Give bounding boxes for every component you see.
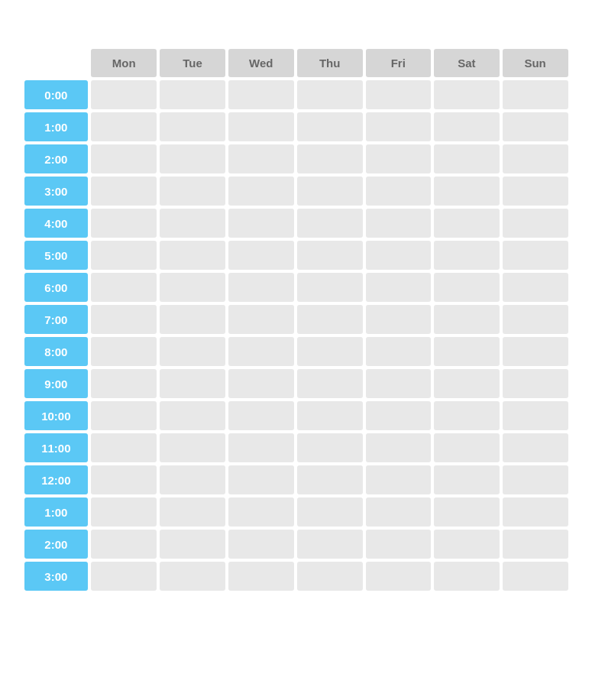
day-cell[interactable] (160, 465, 225, 494)
day-cell[interactable] (228, 241, 294, 270)
day-cell[interactable] (160, 369, 225, 398)
day-cell[interactable] (366, 273, 431, 302)
day-cell[interactable] (366, 209, 431, 238)
day-cell[interactable] (297, 177, 363, 206)
day-cell[interactable] (228, 401, 294, 430)
day-cell[interactable] (503, 369, 568, 398)
day-cell[interactable] (228, 465, 294, 494)
day-cell[interactable] (297, 433, 363, 462)
day-cell[interactable] (297, 112, 363, 141)
day-cell[interactable] (434, 562, 500, 591)
day-cell[interactable] (366, 497, 431, 527)
day-cell[interactable] (160, 177, 225, 206)
day-cell[interactable] (503, 497, 568, 527)
day-cell[interactable] (503, 209, 568, 238)
day-cell[interactable] (228, 530, 294, 559)
day-cell[interactable] (91, 401, 157, 430)
day-cell[interactable] (366, 337, 431, 366)
day-cell[interactable] (434, 465, 500, 494)
day-cell[interactable] (91, 144, 157, 173)
day-cell[interactable] (228, 144, 294, 173)
day-cell[interactable] (434, 241, 500, 270)
day-cell[interactable] (297, 80, 363, 109)
day-cell[interactable] (91, 112, 157, 141)
day-cell[interactable] (434, 144, 500, 173)
day-cell[interactable] (228, 209, 294, 238)
day-cell[interactable] (434, 177, 500, 206)
day-cell[interactable] (366, 241, 431, 270)
day-cell[interactable] (228, 497, 294, 527)
day-cell[interactable] (434, 273, 500, 302)
day-cell[interactable] (160, 337, 225, 366)
day-cell[interactable] (160, 497, 225, 527)
day-cell[interactable] (160, 241, 225, 270)
day-cell[interactable] (366, 144, 431, 173)
day-cell[interactable] (503, 177, 568, 206)
day-cell[interactable] (503, 144, 568, 173)
day-cell[interactable] (366, 369, 431, 398)
day-cell[interactable] (91, 369, 157, 398)
day-cell[interactable] (91, 562, 157, 591)
day-cell[interactable] (91, 497, 157, 527)
day-cell[interactable] (91, 177, 157, 206)
day-cell[interactable] (91, 530, 157, 559)
day-cell[interactable] (297, 337, 363, 366)
day-cell[interactable] (91, 465, 157, 494)
day-cell[interactable] (366, 562, 431, 591)
day-cell[interactable] (434, 209, 500, 238)
day-cell[interactable] (228, 112, 294, 141)
day-cell[interactable] (366, 80, 431, 109)
day-cell[interactable] (434, 401, 500, 430)
day-cell[interactable] (434, 112, 500, 141)
day-cell[interactable] (503, 80, 568, 109)
day-cell[interactable] (228, 177, 294, 206)
day-cell[interactable] (503, 562, 568, 591)
day-cell[interactable] (91, 433, 157, 462)
day-cell[interactable] (366, 530, 431, 559)
day-cell[interactable] (228, 337, 294, 366)
day-cell[interactable] (503, 465, 568, 494)
day-cell[interactable] (434, 433, 500, 462)
day-cell[interactable] (503, 241, 568, 270)
day-cell[interactable] (160, 433, 225, 462)
day-cell[interactable] (503, 401, 568, 430)
day-cell[interactable] (160, 401, 225, 430)
day-cell[interactable] (228, 305, 294, 334)
day-cell[interactable] (503, 305, 568, 334)
day-cell[interactable] (503, 530, 568, 559)
day-cell[interactable] (228, 433, 294, 462)
day-cell[interactable] (366, 401, 431, 430)
day-cell[interactable] (297, 305, 363, 334)
day-cell[interactable] (228, 562, 294, 591)
day-cell[interactable] (366, 112, 431, 141)
day-cell[interactable] (434, 497, 500, 527)
day-cell[interactable] (434, 530, 500, 559)
day-cell[interactable] (434, 369, 500, 398)
day-cell[interactable] (228, 369, 294, 398)
day-cell[interactable] (91, 273, 157, 302)
day-cell[interactable] (366, 465, 431, 494)
day-cell[interactable] (91, 241, 157, 270)
day-cell[interactable] (434, 80, 500, 109)
day-cell[interactable] (434, 337, 500, 366)
day-cell[interactable] (297, 209, 363, 238)
day-cell[interactable] (91, 209, 157, 238)
day-cell[interactable] (297, 241, 363, 270)
day-cell[interactable] (160, 562, 225, 591)
day-cell[interactable] (91, 337, 157, 366)
day-cell[interactable] (297, 401, 363, 430)
day-cell[interactable] (503, 337, 568, 366)
day-cell[interactable] (160, 530, 225, 559)
day-cell[interactable] (160, 273, 225, 302)
day-cell[interactable] (434, 305, 500, 334)
day-cell[interactable] (297, 497, 363, 527)
day-cell[interactable] (160, 80, 225, 109)
day-cell[interactable] (91, 305, 157, 334)
day-cell[interactable] (297, 369, 363, 398)
day-cell[interactable] (297, 530, 363, 559)
day-cell[interactable] (503, 433, 568, 462)
day-cell[interactable] (297, 562, 363, 591)
day-cell[interactable] (91, 80, 157, 109)
day-cell[interactable] (297, 465, 363, 494)
day-cell[interactable] (297, 144, 363, 173)
